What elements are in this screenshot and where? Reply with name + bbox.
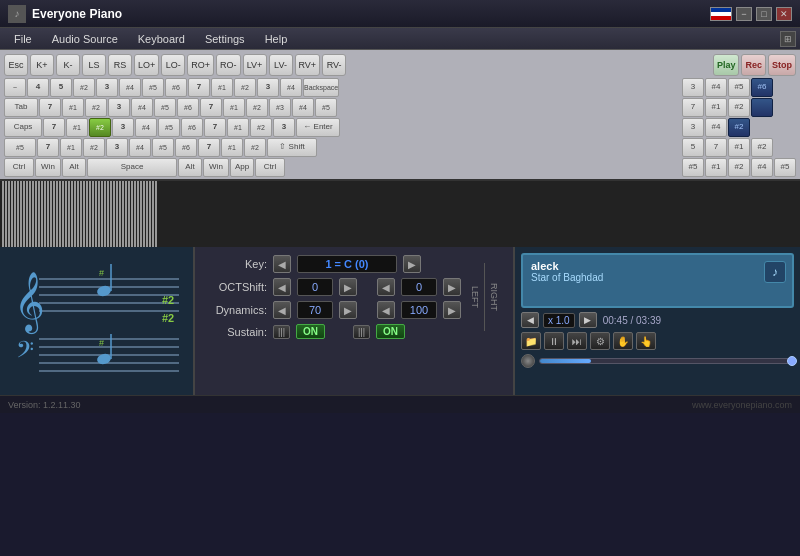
white-key[interactable] — [152, 181, 154, 247]
kplus-button[interactable]: K+ — [30, 54, 54, 76]
menu-settings[interactable]: Settings — [195, 28, 255, 50]
close-button[interactable]: ✕ — [776, 7, 792, 21]
white-key[interactable] — [29, 181, 31, 247]
key-quote[interactable]: 3 — [273, 118, 295, 137]
key-alt-right[interactable]: Alt — [178, 158, 202, 177]
white-key[interactable] — [23, 181, 25, 247]
key-7a[interactable]: 7 — [188, 78, 210, 97]
sustain-left-value[interactable]: ON — [296, 324, 325, 339]
rkey-r4c2[interactable]: 7 — [705, 138, 727, 157]
key-z[interactable]: 7 — [37, 138, 59, 157]
white-key[interactable] — [41, 181, 43, 247]
key-period[interactable]: #1 — [221, 138, 243, 157]
np-settings-button[interactable]: ⚙ — [590, 332, 610, 350]
white-key-active[interactable] — [11, 181, 13, 247]
key-arrow-right[interactable]: ▶ — [403, 255, 421, 273]
np-progress-track[interactable] — [539, 358, 794, 364]
rvminus-button[interactable]: RV- — [322, 54, 346, 76]
white-key[interactable] — [89, 181, 91, 247]
white-key[interactable] — [125, 181, 127, 247]
np-skip-button[interactable]: ⏭ — [567, 332, 587, 350]
rkey-r1c1[interactable]: 3 — [682, 78, 704, 97]
rs-button[interactable]: RS — [108, 54, 132, 76]
rkey-r3c1[interactable]: 3 — [682, 118, 704, 137]
key-space[interactable]: Space — [87, 158, 177, 177]
white-key[interactable] — [74, 181, 76, 247]
key-a[interactable]: 7 — [43, 118, 65, 137]
key-sharp4b[interactable]: #4 — [280, 78, 302, 97]
minimize-button[interactable]: − — [736, 7, 752, 21]
sustain-right-value[interactable]: ON — [376, 324, 405, 339]
esc-button[interactable]: Esc — [4, 54, 28, 76]
white-key[interactable] — [14, 181, 16, 247]
key-win-right[interactable]: Win — [203, 158, 229, 177]
lvplus-button[interactable]: LV+ — [243, 54, 267, 76]
key-ctrl-right[interactable]: Ctrl — [255, 158, 285, 177]
white-key[interactable] — [116, 181, 118, 247]
key-s[interactable]: #1 — [66, 118, 88, 137]
rec-button[interactable]: Rec — [741, 54, 766, 76]
key-l[interactable]: #1 — [227, 118, 249, 137]
menu-help[interactable]: Help — [255, 28, 298, 50]
rkey-r1c4[interactable]: #6 — [751, 78, 773, 97]
octshift-left-arrow-left[interactable]: ◀ — [273, 278, 291, 296]
octshift-right-arrow-left[interactable]: ◀ — [377, 278, 395, 296]
np-music-icon[interactable]: ♪ — [764, 261, 786, 283]
key-sharp5a[interactable]: #5 — [142, 78, 164, 97]
white-key[interactable] — [143, 181, 145, 247]
rkey-r5c3[interactable]: #2 — [728, 158, 750, 177]
white-key[interactable] — [20, 181, 22, 247]
rkey-r2c3[interactable]: #2 — [728, 98, 750, 117]
white-key[interactable] — [155, 181, 157, 247]
rkey-r2c1[interactable]: 7 — [682, 98, 704, 117]
white-key[interactable] — [56, 181, 58, 247]
key-sharp2a[interactable]: #2 — [73, 78, 95, 97]
ls-button[interactable]: LS — [82, 54, 106, 76]
stop-button[interactable]: Stop — [768, 54, 796, 76]
key-shift-left-label[interactable]: #5 — [4, 138, 36, 157]
key-slash[interactable]: #2 — [244, 138, 266, 157]
key-ctrl-left[interactable]: Ctrl — [4, 158, 34, 177]
white-key[interactable] — [134, 181, 136, 247]
sustain-right-toggle[interactable]: ||| — [353, 325, 370, 339]
white-key[interactable] — [44, 181, 46, 247]
white-key[interactable] — [113, 181, 115, 247]
white-key[interactable] — [62, 181, 64, 247]
white-key[interactable] — [35, 181, 37, 247]
white-key[interactable] — [119, 181, 121, 247]
white-key[interactable] — [8, 181, 10, 247]
np-next-button[interactable]: ▶ — [579, 312, 597, 328]
rkey-r5c4[interactable]: #4 — [751, 158, 773, 177]
white-key[interactable] — [110, 181, 112, 247]
key-j[interactable]: #6 — [181, 118, 203, 137]
play-button[interactable]: Play — [713, 54, 740, 76]
rkey-r2c2[interactable]: #1 — [705, 98, 727, 117]
white-key[interactable] — [98, 181, 100, 247]
key-r[interactable]: 3 — [108, 98, 130, 117]
key-semicolon[interactable]: #2 — [250, 118, 272, 137]
sustain-left-toggle[interactable]: ||| — [273, 325, 290, 339]
white-key[interactable] — [47, 181, 49, 247]
lvminus-button[interactable]: LV- — [269, 54, 293, 76]
dynamics-right-arrow-right[interactable]: ▶ — [443, 301, 461, 319]
octshift-left-arrow-right[interactable]: ▶ — [339, 278, 357, 296]
key-sharp1a[interactable]: #1 — [211, 78, 233, 97]
lominus-button[interactable]: LO- — [161, 54, 185, 76]
key-enter[interactable]: ← Enter — [296, 118, 340, 137]
key-u[interactable]: #6 — [177, 98, 199, 117]
white-key[interactable] — [17, 181, 19, 247]
key-i[interactable]: 7 — [200, 98, 222, 117]
white-key[interactable] — [53, 181, 55, 247]
np-prev-button[interactable]: ◀ — [521, 312, 539, 328]
key-d[interactable]: #2 — [89, 118, 111, 137]
key-caps[interactable]: Caps — [4, 118, 42, 137]
restore-button[interactable]: □ — [756, 7, 772, 21]
rkey-r5c2[interactable]: #1 — [705, 158, 727, 177]
menu-audio-source[interactable]: Audio Source — [42, 28, 128, 50]
key-b[interactable]: #4 — [129, 138, 151, 157]
key-y[interactable]: #5 — [154, 98, 176, 117]
key-tilde[interactable]: ~ — [4, 78, 26, 97]
key-backspace[interactable]: Backspace — [303, 78, 339, 97]
white-key[interactable] — [71, 181, 73, 247]
dynamics-right-arrow-left[interactable]: ◀ — [377, 301, 395, 319]
